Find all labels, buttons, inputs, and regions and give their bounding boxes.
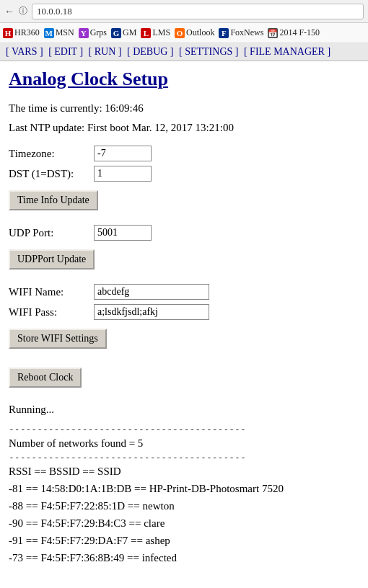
wifi-name-label: WIFI Name: [9,286,88,298]
nav-vars[interactable]: [ VARS ] [6,46,43,57]
foxnews-icon: F [219,28,229,38]
network-line-3: -91 == F4:5F:F7:29:DA:F7 == ashep [9,532,359,549]
nav-run[interactable]: [ RUN ] [89,46,122,57]
f150-icon: 📅 [268,28,278,38]
network-line-2: -90 == F4:5F:F7:29:B4:C3 == clare [9,514,359,532]
nav-settings[interactable]: [ SETTINGS ] [179,46,238,57]
url-bar[interactable]: 10.0.0.18 [32,4,364,19]
wifi-name-input[interactable] [94,284,209,300]
networks-line: Number of networks found = 5 [9,435,359,452]
rssi-header: RSSI == BSSID == SSID [9,463,359,480]
page-title: Analog Clock Setup [9,68,359,90]
time-line2: Last NTP update: First boot Mar. 12, 201… [9,120,359,136]
outlook-icon: O [175,28,185,38]
bookmark-f150[interactable]: 📅 2014 F-150 [268,27,320,38]
hr360-icon: H [3,28,13,38]
msn-icon: M [44,28,54,38]
bookmark-foxnews-label: FoxNews [230,27,263,38]
wifi-pass-label: WIFI Pass: [9,306,88,318]
bookmark-foxnews[interactable]: F FoxNews [219,27,263,38]
bookmark-outlook[interactable]: O Outlook [175,27,214,38]
reboot-section: Reboot Clock [9,363,359,393]
divider2: ----------------------------------------… [9,452,359,463]
bookmarks-bar: H HR360 M MSN Y Grps G GM L LMS O Outloo… [0,23,368,43]
wifi-pass-row: WIFI Pass: [9,304,359,320]
udp-port-label: UDP Port: [9,227,88,239]
timezone-input[interactable] [94,146,152,161]
network-line-0: -81 == 14:58:D0:1A:1B:DB == HP-Print-DB-… [9,480,359,497]
browser-bar: ← ⓘ 10.0.0.18 [0,0,368,23]
nav-file-manager[interactable]: [ FILE MANAGER ] [244,46,330,57]
output-status: Running... [9,401,359,418]
udp-port-row: UDP Port: [9,225,359,241]
bookmark-outlook-label: Outlook [186,27,214,38]
timezone-label: Timezone: [9,148,88,160]
udp-section: UDP Port: UDPPort Update [9,225,359,275]
nav-edit[interactable]: [ EDIT ] [48,46,83,57]
network-line-4: -73 == F4:5F:F7:36:8B:49 == infected [9,549,359,566]
main-content: Analog Clock Setup The time is currently… [0,61,368,574]
bookmark-gm[interactable]: G GM [111,27,136,38]
network-list: -81 == 14:58:D0:1A:1B:DB == HP-Print-DB-… [9,480,359,566]
udp-update-button[interactable]: UDPPort Update [9,249,95,270]
udp-port-input[interactable] [94,225,152,241]
store-wifi-button[interactable]: Store WIFI Settings [9,329,107,349]
grps-icon: Y [79,28,89,38]
info-icon: ⓘ [19,5,27,17]
timezone-section: Timezone: DST (1=DST): Time Info Update [9,146,359,216]
wifi-section: WIFI Name: WIFI Pass: Store WIFI Setting… [9,284,359,355]
bookmark-f150-label: 2014 F-150 [279,27,320,38]
bookmark-lms[interactable]: L LMS [141,27,170,38]
network-line-1: -88 == F4:5F:F7:22:85:1D == newton [9,497,359,514]
time-line1: The time is currently: 16:09:46 [9,100,359,117]
bookmark-grps[interactable]: Y Grps [79,27,107,38]
bookmark-grps-label: Grps [90,27,107,38]
timezone-row: Timezone: [9,146,359,161]
bookmark-lms-label: LMS [152,27,170,38]
dst-label: DST (1=DST): [9,168,88,180]
wifi-pass-input[interactable] [94,304,209,320]
bookmark-msn-label: MSN [56,27,74,38]
bookmark-hr360-label: HR360 [14,27,40,38]
dst-row: DST (1=DST): [9,166,359,182]
time-update-button[interactable]: Time Info Update [9,190,98,210]
back-button[interactable]: ← [4,6,14,17]
divider1: ----------------------------------------… [9,424,359,435]
bookmark-gm-label: GM [123,27,136,38]
reboot-button[interactable]: Reboot Clock [9,368,82,388]
bookmark-hr360[interactable]: H HR360 [3,27,40,38]
nav-bar: [ VARS ] [ EDIT ] [ RUN ] [ DEBUG ] [ SE… [0,43,368,61]
lms-icon: L [141,28,151,38]
dst-input[interactable] [94,166,152,182]
nav-debug[interactable]: [ DEBUG ] [127,46,174,57]
gm-icon: G [111,28,121,38]
wifi-name-row: WIFI Name: [9,284,359,300]
bookmark-msn[interactable]: M MSN [44,27,74,38]
